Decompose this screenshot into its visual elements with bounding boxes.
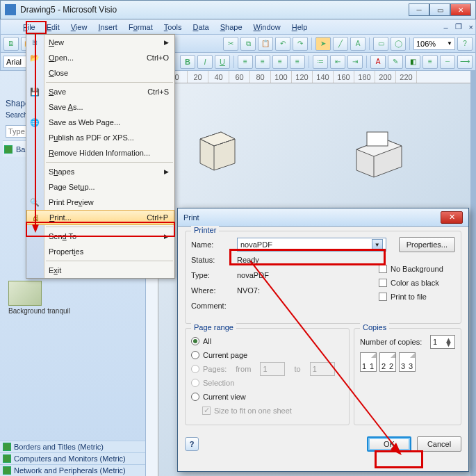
paste-icon[interactable]: 📋 <box>258 37 273 51</box>
help-icon[interactable]: ? <box>457 37 473 51</box>
align-left-icon[interactable]: ≡ <box>238 55 253 69</box>
menu-item-properties[interactable]: Properties <box>26 244 174 259</box>
font-color-icon[interactable]: A <box>370 55 386 69</box>
menu-item-open[interactable]: 📂Open...Ctrl+O <box>26 50 174 65</box>
properties-button[interactable]: Properties... <box>399 237 455 252</box>
dialog-close-button[interactable]: ✕ <box>441 211 463 224</box>
printer-group: Printer Name: novaPDF ▼ Properties... St… <box>185 231 461 324</box>
menu-item-saveweb[interactable]: 🌐Save as Web Page... <box>26 115 174 130</box>
page-range-group: Page range All Current page Pages: from … <box>185 328 350 425</box>
menubar: File Edit View Insert Format Tools Data … <box>0 19 476 35</box>
mdi-restore[interactable]: ❐ <box>453 22 464 31</box>
copy-icon[interactable]: ⧉ <box>240 37 256 51</box>
menu-format[interactable]: Format <box>124 22 157 33</box>
window-title: Drawing5 - Microsoft Visio <box>20 5 409 15</box>
menu-item-pubpdf[interactable]: Publish as PDF or XPS... <box>26 130 174 145</box>
ok-button[interactable]: OK <box>367 436 411 452</box>
menu-item-save[interactable]: 💾SaveCtrl+S <box>26 84 174 99</box>
indent-inc-icon[interactable]: ⇥ <box>347 55 363 69</box>
menu-data[interactable]: Data <box>188 22 213 33</box>
menu-item-new[interactable]: 🗎New▶ <box>26 35 174 50</box>
menu-view[interactable]: View <box>67 22 92 33</box>
redo-icon[interactable]: ↷ <box>293 37 308 51</box>
indent-dec-icon[interactable]: ⇤ <box>330 55 345 69</box>
menu-tools[interactable]: Tools <box>160 22 186 33</box>
italic-icon[interactable]: I <box>197 55 213 69</box>
minimize-button[interactable]: ─ <box>409 3 429 16</box>
align-right-icon[interactable]: ≡ <box>272 55 288 69</box>
rect-icon[interactable]: ▭ <box>373 37 388 51</box>
stencil-row[interactable]: Borders and Titles (Metric) <box>0 441 145 452</box>
menu-item-shapes[interactable]: Shapes▶ <box>26 164 174 179</box>
menu-item-print[interactable]: 🖨Print...Ctrl+P <box>26 210 174 225</box>
line-pattern-icon[interactable]: ┄ <box>440 55 455 69</box>
cancel-button[interactable]: Cancel <box>417 436 461 452</box>
bold-icon[interactable]: B <box>180 55 195 69</box>
undo-icon[interactable]: ↶ <box>275 37 290 51</box>
svg-rect-7 <box>367 132 388 146</box>
current-page-radio[interactable] <box>191 351 199 359</box>
menu-window[interactable]: Window <box>249 22 285 33</box>
annotation-file-highlight <box>26 21 47 34</box>
current-view-radio[interactable] <box>191 393 199 401</box>
print-dialog: Print ✕ Printer Name: novaPDF ▼ Properti… <box>177 208 469 472</box>
preview-icon: 🔍 <box>29 197 40 208</box>
stencil-row[interactable]: Computers and Monitors (Metric) <box>0 452 145 464</box>
dialog-title: Print <box>183 213 199 222</box>
shape-thumb-label: Background tranquil <box>8 307 70 315</box>
save-icon: 💾 <box>29 86 40 97</box>
mdi-close[interactable]: × <box>467 23 475 31</box>
titlebar: Drawing5 - Microsoft Visio ─ ▭ ✕ <box>0 0 476 19</box>
menu-insert[interactable]: Insert <box>94 22 122 33</box>
stencil-row[interactable]: Network and Peripherals (Metric) <box>0 464 145 476</box>
menu-item-exit[interactable]: Exit <box>26 263 174 278</box>
underline-icon[interactable]: U <box>215 55 230 69</box>
line-weight-icon[interactable]: ≡ <box>422 55 438 69</box>
type-value: novaPDF <box>237 271 269 279</box>
all-radio[interactable] <box>191 337 199 345</box>
cut-icon[interactable]: ✂ <box>223 37 238 51</box>
shape-thumb[interactable] <box>8 281 42 306</box>
copies-spinner[interactable]: 1▲▼ <box>430 335 455 349</box>
align-center-icon[interactable]: ≡ <box>255 55 270 69</box>
chevron-down-icon[interactable]: ▼ <box>372 239 383 250</box>
align-justify-icon[interactable]: ≡ <box>290 55 305 69</box>
menu-item-remove[interactable]: Remove Hidden Information... <box>26 145 174 161</box>
pointer-icon[interactable]: ➤ <box>315 37 331 51</box>
maximize-button[interactable]: ▭ <box>429 3 450 16</box>
new-icon[interactable]: 🗎 <box>3 37 19 51</box>
printer-shape-icon[interactable] <box>346 125 409 181</box>
menu-item-pagesetup[interactable]: Page Setup... <box>26 179 174 195</box>
print-file-checkbox[interactable] <box>379 293 387 301</box>
open-folder-icon: 📂 <box>29 52 40 63</box>
fill-color-icon[interactable]: ◧ <box>405 55 420 69</box>
new-doc-icon: 🗎 <box>29 37 40 48</box>
ellipse-icon[interactable]: ◯ <box>391 37 406 51</box>
connector-icon[interactable]: ╱ <box>333 37 348 51</box>
printer-name-combo[interactable]: novaPDF ▼ <box>237 238 386 252</box>
text-icon[interactable]: A <box>350 37 366 51</box>
pages-radio[interactable] <box>191 365 199 373</box>
bullets-icon[interactable]: ≔ <box>313 55 328 69</box>
from-spinner: 1 <box>260 362 285 376</box>
box-shape-icon[interactable] <box>193 125 242 174</box>
menu-shape[interactable]: Shape <box>216 22 247 33</box>
menu-item-saveas[interactable]: Save As... <box>26 99 174 115</box>
task-pane-strip[interactable] <box>470 71 476 476</box>
line-color-icon[interactable]: ✎ <box>388 55 403 69</box>
help-icon[interactable]: ? <box>185 437 199 451</box>
file-menu-dropdown: 🗎New▶ 📂Open...Ctrl+O Close 💾SaveCtrl+S S… <box>26 34 175 279</box>
mdi-minimize[interactable]: – <box>441 23 450 31</box>
color-black-checkbox[interactable] <box>379 279 387 287</box>
close-button[interactable]: ✕ <box>450 3 471 16</box>
menu-item-close[interactable]: Close <box>26 65 174 81</box>
name-label: Name: <box>191 240 233 249</box>
menu-item-printprev[interactable]: 🔍Print Preview <box>26 195 174 210</box>
no-background-checkbox[interactable] <box>379 265 387 273</box>
line-ends-icon[interactable]: ⟶ <box>457 55 473 69</box>
menu-item-sendto[interactable]: Send To▶ <box>26 229 174 244</box>
menu-help[interactable]: Help <box>288 22 312 33</box>
ruler-horizontal: -20020406080100120140160180200220 <box>146 71 476 83</box>
zoom-combo[interactable]: 106%▼ <box>413 38 455 50</box>
where-value: NVO7: <box>237 286 260 295</box>
